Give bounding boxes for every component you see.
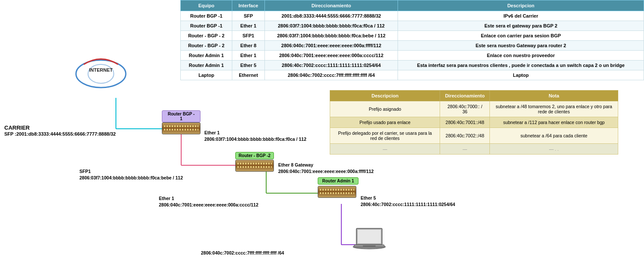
ether1-admin1-label: Ether 1 — [159, 196, 174, 201]
cell-direccionamiento: 2806:040c:7001:eeee:eeee:eeee:000a:ffff/… — [264, 41, 398, 51]
cell-interface: Ether 1 — [232, 51, 265, 61]
table-row: Router Admin 1Ether 12806:040c:7001:eeee… — [181, 51, 644, 61]
cell-descripcion: Esta interfaz sera para nuestros cliente… — [398, 61, 644, 70]
internet-cloud: INTERNET — [73, 58, 129, 97]
cell-equipo: Router - BGP - 2 — [181, 41, 232, 51]
table-row: Router - BGP - 2Ether 82806:040c:7001:ee… — [181, 41, 644, 51]
cell-equipo: Router BGP -1 — [181, 11, 232, 21]
table-row: Prefijo asignado2806:40c:7000:: / 36subn… — [330, 101, 618, 117]
router-admin1-label: Router Admin 1 — [318, 177, 358, 185]
cell-equipo: Laptop — [181, 70, 232, 80]
col2-descripcion: Descripcion — [330, 91, 440, 101]
cell-direccionamiento: 2806:040c:7002:cccc:7fff:ffff:ffff:ffff … — [264, 70, 398, 80]
router-bgp1-label: Router BGP -1 — [162, 110, 200, 122]
internet-label: INTERNET — [73, 67, 129, 73]
cell-interface: Ether 1 — [232, 21, 265, 31]
sfp1-bgp2-label: SFP1 — [79, 169, 91, 174]
main-table: Equipo Interface Direccionamiento Descri… — [180, 0, 644, 80]
cell-direccionamiento: 2806:03f7:1004:bbbb:bbbb:bbbb:f0ca:f0ca … — [264, 21, 398, 31]
sfp1-bgp2-addr: 2806:03f7:1004:bbbb:bbbb:bbbb:f0ca:bebe … — [79, 175, 183, 180]
cell-descripcion: IPv6 del Carrier — [398, 11, 644, 21]
table-row: Router BGP -1Ether 12806:03f7:1004:bbbb:… — [181, 21, 644, 31]
cell2-direccionamiento: 2806:40c:7000:: / 36 — [440, 101, 490, 117]
cell-interface: SFP1 — [232, 31, 265, 41]
carrier-label: CARRIER — [4, 124, 30, 131]
ether1-bgp1-addr: 2806:03f7:1004:bbbb:bbbb:bbbb:f0ca:f0ca … — [204, 137, 306, 142]
cell2-descripcion: — — [330, 144, 440, 155]
cell2-descripcion: Prefijo delegado por el carrier, se usar… — [330, 128, 440, 144]
cell-interface: SFP — [232, 11, 265, 21]
svg-rect-11 — [358, 230, 381, 243]
cell2-nota: subnetear a /48 tomaremos 2, uno para en… — [490, 101, 618, 117]
table-row: ——— . . — [330, 144, 618, 155]
router-admin1-area: Router Admin 1 — [318, 186, 356, 198]
router-admin1-icon — [318, 186, 356, 198]
cell2-nota: — . . — [490, 144, 618, 155]
cell-interface: Ether 5 — [232, 61, 265, 70]
router-bgp2-area: Router - BGP -2 — [235, 160, 274, 172]
router-bgp1-icon — [162, 122, 200, 134]
laptop-addr: 2806:040c:7002:cccc:7fff:ffff:ffff:ffff … — [201, 250, 284, 255]
ether1-admin1-addr: 2806:040c:7001:eeee:eeee:eeee:000a:cccc/… — [159, 202, 258, 207]
cell-interface: Ether 8 — [232, 41, 265, 51]
cell2-nota: subnetear a /64 para cada cliente — [490, 128, 618, 144]
col-descripcion: Descripcion — [398, 0, 644, 11]
table-row: LaptopEthernet2806:040c:7002:cccc:7fff:f… — [181, 70, 644, 80]
cell2-descripcion: Prefijo asignado — [330, 101, 440, 117]
cell-equipo: Router BGP -1 — [181, 21, 232, 31]
cloud-svg — [73, 58, 129, 90]
table-row: Router BGP -1SFP2001:db8:3333:4444:5555:… — [181, 11, 644, 21]
router-bgp1-area: Router BGP -1 — [162, 122, 200, 134]
second-table: Descripcion Direccionamiento Nota Prefij… — [330, 90, 618, 155]
cell-descripcion: Este sera el gateway para BGP 2 — [398, 21, 644, 31]
ether8-label: Ether 8 Gateway — [278, 162, 313, 167]
cell2-direccionamiento: — — [440, 144, 490, 155]
router-bgp2-icon — [235, 160, 274, 172]
cell-direccionamiento: 2806:40c:7002:cccc:1111:1111:1111:0254/6… — [264, 61, 398, 70]
router-bgp2-label: Router - BGP -2 — [235, 152, 274, 159]
laptop-icon — [352, 228, 386, 253]
cell-equipo: Router Admin 1 — [181, 61, 232, 70]
cell2-direccionamiento: 2806:40c:7001::/48 — [440, 117, 490, 128]
col-direccionamiento: Direccionamiento — [264, 0, 398, 11]
second-table-wrapper: Descripcion Direccionamiento Nota Prefij… — [330, 90, 618, 155]
cell2-direccionamiento: 2806:40c:7002::/48 — [440, 128, 490, 144]
svg-rect-14 — [363, 246, 376, 246]
carrier-sfp-label: SFP :2001:db8:3333:4444:5555:6666:7777:8… — [4, 131, 116, 137]
cell2-descripcion: Prefijo usado para enlace — [330, 117, 440, 128]
main-table-wrapper: Equipo Interface Direccionamiento Descri… — [180, 0, 644, 80]
ether1-bgp1-label: Ether 1 — [204, 130, 220, 135]
cell-equipo: Router Admin 1 — [181, 51, 232, 61]
cell-descripcion: Enlace con nuestro proveedor — [398, 51, 644, 61]
ether5-addr: 2806:40c:7002:cccc:1111:1111:1111:0254/6… — [361, 202, 455, 207]
cell2-nota: subnetear a /112 para hacer enlace con r… — [490, 117, 618, 128]
cell-direccionamiento: 2806:040c:7001:eeee:eeee:eeee:000a:cccc/… — [264, 51, 398, 61]
table-row: Router - BGP - 2SFP12806:03f7:1004:bbbb:… — [181, 31, 644, 41]
col-equipo: Equipo — [181, 0, 232, 11]
cell-descripcion: Este sera nuestro Gateway para router 2 — [398, 41, 644, 51]
col2-nota: Nota — [490, 91, 618, 101]
cell-equipo: Router - BGP - 2 — [181, 31, 232, 41]
laptop-svg — [352, 228, 386, 253]
ether5-label: Ether 5 — [361, 195, 376, 200]
cell-descripcion: Laptop — [398, 70, 644, 80]
cell-direccionamiento: 2001:db8:3333:4444:5555:6666:7777:8888/3… — [264, 11, 398, 21]
table-row: Prefijo delegado por el carrier, se usar… — [330, 128, 618, 144]
table-row: Prefijo usado para enlace2806:40c:7001::… — [330, 117, 618, 128]
table-row: Router Admin 1Ether 52806:40c:7002:cccc:… — [181, 61, 644, 70]
cell-descripcion: Enlace con carrier para sesion BGP — [398, 31, 644, 41]
col2-direccionamiento: Direccionamiento — [440, 91, 490, 101]
cell-interface: Ethernet — [232, 70, 265, 80]
col-interface: Interface — [232, 0, 265, 11]
ether8-addr: 2806:040c:7001:eeee:eeee:eeee:000a:ffff/… — [278, 169, 374, 174]
cell-direccionamiento: 2806:03f7:1004:bbbb:bbbb:bbbb:f0ca:bebe … — [264, 31, 398, 41]
